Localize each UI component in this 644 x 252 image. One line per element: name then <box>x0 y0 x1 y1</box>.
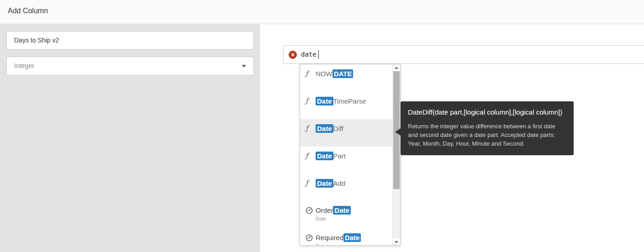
suggestion-label: DatePart <box>316 152 346 160</box>
match-highlight: DATE <box>333 69 354 78</box>
match-highlight: Date <box>316 179 333 188</box>
suggestion-subtitle: Date <box>316 243 389 246</box>
column-type-value: Integer <box>14 57 34 75</box>
suggestion-item-requireddate[interactable]: RequiredDate Date <box>300 229 400 246</box>
function-tooltip: DateDiff(date part,[logical column],[log… <box>401 101 574 155</box>
tooltip-function-description: Returns the integer value difference bet… <box>408 122 566 148</box>
error-icon: ✕ <box>289 51 297 59</box>
tooltip-function-signature: DateDiff(date part,[logical column],[log… <box>408 107 566 117</box>
suggestion-label: DateAdd <box>316 179 345 187</box>
add-column-dialog: Add Column Days to Ship v2 Integer ✕ dat… <box>0 0 644 252</box>
page-title: Add Column <box>8 7 48 15</box>
dropdown-scrollbar[interactable] <box>392 64 400 245</box>
suggestion-item-nowdate[interactable]: ƒ NOWDATE <box>300 64 400 92</box>
scroll-up-button[interactable] <box>393 64 400 71</box>
match-highlight: Date <box>316 124 333 133</box>
text-cursor <box>318 50 319 59</box>
clock-icon <box>306 234 313 242</box>
match-highlight: Date <box>333 206 351 215</box>
suggestion-label: DateDiff <box>316 125 343 132</box>
suggestion-label: OrderDate <box>316 206 351 214</box>
arrow-down-icon <box>395 241 398 243</box>
suggestions-dropdown: ƒ NOWDATE ƒ DateTimeParse ƒ DateDiff <box>300 64 401 246</box>
function-icon: ƒ <box>306 152 313 160</box>
suggestions-list: ƒ NOWDATE ƒ DateTimeParse ƒ DateDiff <box>300 64 400 246</box>
tooltip-arrow-left-icon <box>395 128 401 136</box>
suggestion-item-datetimeparse[interactable]: ƒ DateTimeParse <box>300 92 400 119</box>
dialog-header: Add Column <box>0 0 644 24</box>
column-settings-panel: Days to Ship v2 Integer <box>0 24 260 252</box>
chevron-down-icon <box>242 65 246 68</box>
function-icon: ƒ <box>306 97 313 105</box>
function-icon: ƒ <box>306 69 313 78</box>
match-highlight: Date <box>343 233 361 242</box>
function-icon: ƒ <box>306 124 313 132</box>
scroll-down-button[interactable] <box>393 238 400 245</box>
suggestion-subtitle: Date <box>316 216 389 221</box>
suggestion-label: NOWDATE <box>316 70 353 78</box>
suggestion-item-dateadd[interactable]: ƒ DateAdd <box>300 174 400 201</box>
match-highlight: Date <box>316 97 333 105</box>
clock-icon <box>306 207 313 214</box>
suggestion-label: DateTimeParse <box>316 97 366 105</box>
column-name-input[interactable]: Days to Ship v2 <box>6 31 254 50</box>
match-highlight: Date <box>316 152 333 160</box>
formula-input[interactable]: ✕ date <box>283 45 644 64</box>
formula-editor-panel: ✕ date ƒ NOWDATE ƒ DateTimeParse <box>260 24 644 252</box>
function-icon: ƒ <box>306 179 313 187</box>
arrow-up-icon <box>395 67 398 69</box>
formula-query-text: date <box>301 46 317 63</box>
suggestion-item-datediff[interactable]: ƒ DateDiff <box>300 119 400 147</box>
suggestion-item-orderdate[interactable]: OrderDate Date <box>300 201 400 229</box>
suggestion-label: RequiredDate <box>316 234 361 242</box>
suggestion-item-datepart[interactable]: ƒ DatePart <box>300 147 400 174</box>
column-type-select[interactable]: Integer <box>6 57 254 75</box>
column-name-value: Days to Ship v2 <box>14 31 59 49</box>
